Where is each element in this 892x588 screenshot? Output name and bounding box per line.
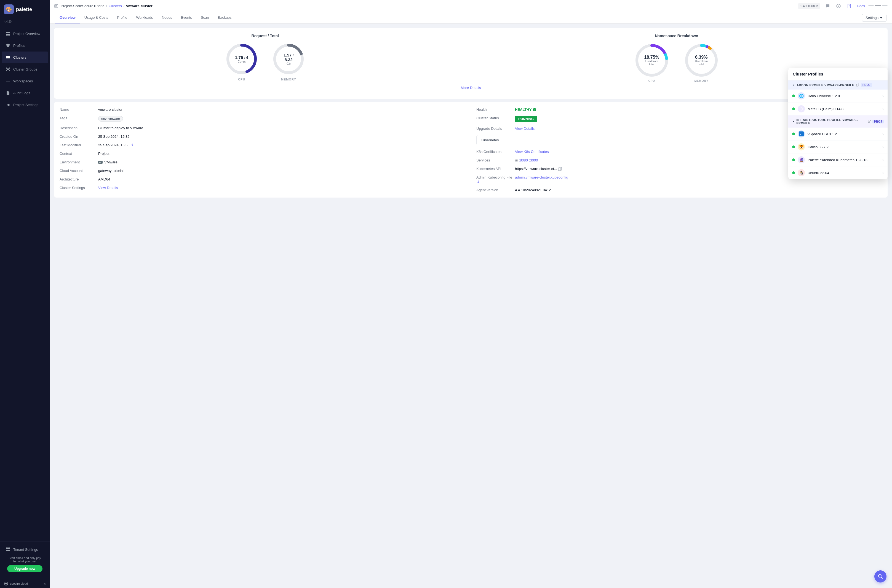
vsphere-logo: V <box>799 131 804 136</box>
cpu-value: 1.75 <box>235 55 243 60</box>
tab-overview[interactable]: Overview <box>55 12 80 23</box>
memory-type-label: MEMORY <box>281 78 296 81</box>
search-fab[interactable] <box>874 570 886 582</box>
infra-item-1[interactable]: 🐯 Calico 3.27.2 › <box>788 141 887 153</box>
service-port1[interactable]: :8080 <box>519 158 528 162</box>
vsphere-icon: V <box>798 130 805 138</box>
cpu-total: 4 <box>246 55 248 60</box>
sidebar-item-workspaces[interactable]: Workspaces <box>2 75 48 87</box>
detail-modified-label: Last Modified <box>60 143 98 147</box>
detail-agent-version: Agent version 4.4.10/20240921.0412 <box>476 188 882 192</box>
ns-cpu-donut: 18.75% Used from total <box>634 42 670 78</box>
detail-cluster-settings: Cluster Settings View Details <box>60 186 465 190</box>
ns-memory-metric: 6.39% Used from total MEMORY <box>683 42 719 82</box>
sidebar-item-project-settings[interactable]: Project Settings <box>2 99 48 111</box>
svg-point-11 <box>6 70 7 71</box>
book-icon <box>846 2 853 10</box>
sidebar-item-clusters[interactable]: Clusters <box>2 51 48 63</box>
sidebar-item-profiles[interactable]: Profiles <box>2 40 48 51</box>
detail-status-value: RUNNING <box>515 116 537 122</box>
detail-tags-label: Tags <box>60 116 98 120</box>
request-total-title: Request / Total <box>60 34 471 38</box>
k8s-label: Kubernetes <box>480 138 519 142</box>
chat-icon[interactable] <box>824 2 831 10</box>
detail-modified: Last Modified 25 Sep 2024, 16:55 ℹ <box>60 143 465 147</box>
sidebar-item-project-overview[interactable]: Project Overview <box>2 28 48 39</box>
upgrade-text: Start small and only pay for what you us… <box>7 556 42 563</box>
tab-nodes[interactable]: Nodes <box>158 12 177 23</box>
detail-upgrade-value[interactable]: View Details <box>515 126 534 130</box>
detail-architecture: Architecture AMD64 <box>60 177 465 181</box>
ns-memory-pct-value: 6.39% <box>692 55 710 60</box>
memory-total: 8.32 <box>285 57 293 62</box>
link-icon2 <box>868 120 871 123</box>
help-icon[interactable] <box>835 2 842 10</box>
hello-universe-icon: 🌐 <box>798 92 805 99</box>
cluster-profiles-popup: Cluster Profiles ADDON PROFILE VMWARE-PR… <box>788 68 887 179</box>
ns-memory-pct-label: Used from total <box>692 60 710 66</box>
svg-point-9 <box>6 68 7 69</box>
infra-item-0[interactable]: V vSphere CSI 3.1.2 › <box>788 128 887 141</box>
tab-events[interactable]: Events <box>176 12 196 23</box>
sidebar-item-cluster-groups[interactable]: Cluster Groups <box>2 63 48 75</box>
upgrade-button[interactable]: Upgrade now <box>7 565 42 572</box>
tab-profile[interactable]: Profile <box>113 12 132 23</box>
sidebar-item-audit-logs[interactable]: Audit Logs <box>2 87 48 99</box>
detail-context-value: Project <box>98 152 109 156</box>
copy-icon[interactable] <box>558 167 562 171</box>
docs-link[interactable]: Docs <box>857 4 865 8</box>
item-chevron: › <box>882 145 884 149</box>
detail-api-value: https://vmware-cluster-ct... <box>515 167 562 171</box>
tab-workloads[interactable]: Workloads <box>132 12 157 23</box>
detail-description: Description Cluster to deploy to VMware. <box>60 126 465 130</box>
detail-environment: Environment vm VMware <box>60 160 465 164</box>
detail-settings-value[interactable]: View Details <box>98 186 118 190</box>
svg-rect-2 <box>6 34 8 36</box>
item-status-dot <box>792 108 795 110</box>
sidebar-label-audit-logs: Audit Logs <box>13 91 30 95</box>
service-port2[interactable]: :3000 <box>529 158 538 162</box>
modified-info-icon[interactable]: ℹ <box>132 143 133 147</box>
infra-item-2[interactable]: 🔮 Palette eXtended Kubernetes 1.28.13 › <box>788 153 887 166</box>
detail-certs-value[interactable]: View K8s Certificates <box>515 150 549 154</box>
settings-button[interactable]: Settings <box>862 14 886 22</box>
detail-context: Context Project <box>60 152 465 156</box>
addon-item-1-name: MetalLB (Helm) 0.14.8 <box>808 107 882 111</box>
addon-item-1[interactable]: ⬡ MetalLB (Helm) 0.14.8 › <box>788 102 887 116</box>
topbar: Project-ScaleSecureTutoria / Clusters / … <box>50 0 892 12</box>
breadcrumb-project[interactable]: Project-ScaleSecureTutoria <box>61 4 104 8</box>
item-chevron: › <box>882 94 884 98</box>
addon-item-0[interactable]: 🌐 Hello Universe 1.2.0 › <box>788 90 887 102</box>
tab-usage-costs[interactable]: Usage & Costs <box>80 12 113 23</box>
item-status-dot <box>792 94 795 97</box>
detail-health-label: Health <box>476 108 515 112</box>
tab-backups[interactable]: Backups <box>214 12 236 23</box>
breadcrumb-clusters[interactable]: Clusters <box>109 4 122 8</box>
detail-services-value: ui :8080 :3000 <box>515 158 538 162</box>
sidebar-bottom: Tenant Settings Start small and only pay… <box>0 541 50 579</box>
collapse-icon[interactable]: ◁ <box>44 582 46 585</box>
detail-services-label: Services <box>476 158 515 162</box>
breadcrumb: Project-ScaleSecureTutoria / Clusters / … <box>61 4 152 8</box>
kubeconfig-info-icon[interactable]: ℹ <box>477 179 479 183</box>
popup-header: Cluster Profiles <box>788 68 887 81</box>
more-details-link[interactable]: More Details <box>60 82 882 93</box>
sidebar-label-project-settings: Project Settings <box>13 103 38 107</box>
tab-scan[interactable]: Scan <box>196 12 214 23</box>
svg-text:V: V <box>800 133 801 136</box>
svg-rect-19 <box>8 550 10 551</box>
infra-item-3[interactable]: 🐧 Ubuntu 22.04 › <box>788 166 887 179</box>
detail-kubeconfig-label: Admin Kubeconfig File ℹ <box>476 175 515 183</box>
detail-arch-label: Architecture <box>60 177 98 181</box>
logo: 🎨 palette <box>0 0 50 19</box>
detail-env-value: vm VMware <box>98 160 117 164</box>
content-area: Request / Total 1.7 <box>50 24 892 588</box>
svg-rect-0 <box>6 32 8 33</box>
detail-desc-value: Cluster to deploy to VMware. <box>98 126 144 130</box>
infra-item-0-name: vSphere CSI 3.1.2 <box>808 132 882 136</box>
sidebar-item-tenant-settings[interactable]: Tenant Settings <box>3 545 46 554</box>
detail-kubeconfig-value[interactable]: admin.vmware-cluster.kubeconfig <box>515 175 568 179</box>
chevron-down-small-icon <box>792 84 795 87</box>
main-content: Project-ScaleSecureTutoria / Clusters / … <box>50 0 892 588</box>
item-status-dot <box>792 146 795 148</box>
